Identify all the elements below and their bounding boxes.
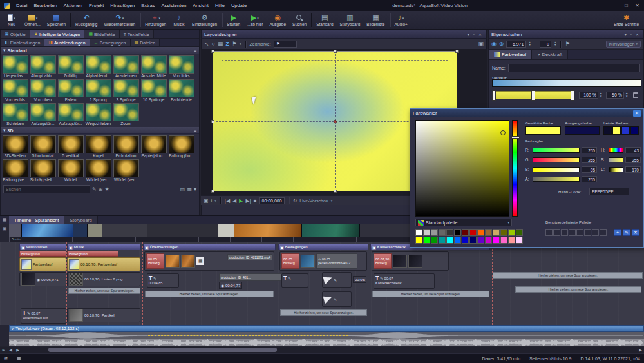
custom-palette-slot[interactable] xyxy=(592,229,599,236)
center-handle[interactable] xyxy=(334,120,337,123)
palette-swatch[interactable] xyxy=(485,229,492,236)
menubar-item[interactable]: Assistenten xyxy=(158,1,190,10)
gradient-stops-bar[interactable] xyxy=(492,91,574,99)
close-icon[interactable]: ✕ xyxy=(477,32,484,37)
color-slider-value[interactable]: 255 xyxy=(582,147,597,153)
duration-chip[interactable]: 00:06 xyxy=(353,276,366,283)
export-button[interactable]: ◉Ausgabe xyxy=(266,12,289,28)
transition-thumbnail[interactable]: Würfel (ver... xyxy=(112,159,140,182)
skip-start-icon[interactable]: |◀ xyxy=(225,198,230,204)
transition-thumbnail[interactable]: Schieben xyxy=(1,103,29,126)
color-slider-value[interactable]: 170 xyxy=(625,166,641,173)
transition-thumbnail[interactable]: Abrupt abb... xyxy=(29,55,57,78)
palette-swatch[interactable] xyxy=(439,229,446,236)
float-icon[interactable]: ▫ xyxy=(629,32,634,36)
chevron-down-icon[interactable]: ▾ xyxy=(240,42,242,46)
color-slider-value[interactable]: 255 xyxy=(582,176,597,182)
transition-thumbnail[interactable]: Würfel (ver... xyxy=(84,159,112,182)
color-slider-track[interactable] xyxy=(609,167,623,172)
palette-swatch[interactable] xyxy=(415,237,422,244)
resize-handle[interactable] xyxy=(334,190,337,193)
menubar-item[interactable]: Hinzufügen xyxy=(107,1,138,10)
transition-thumbnail[interactable]: Würfel xyxy=(57,159,84,182)
pencil-icon[interactable]: ✎ xyxy=(92,186,97,192)
video-track-item[interactable]: 00:05Hinterg... ▦ production_ID_4811872.… xyxy=(144,251,274,271)
new-track-dropzone[interactable]: Hierher ziehen, um neue Spur anzulegen. xyxy=(493,272,643,279)
palette-swatch[interactable] xyxy=(462,229,469,236)
filmstrip-frame[interactable] xyxy=(102,224,147,237)
filmstrip-frame[interactable] xyxy=(22,224,73,237)
star-icon[interactable]: ★ xyxy=(104,186,109,192)
filmstrip-frame[interactable] xyxy=(234,224,302,237)
menubar-item[interactable]: Extras xyxy=(138,1,158,10)
opacity-value-2[interactable]: 50 % xyxy=(606,92,624,99)
palette-swatch[interactable] xyxy=(415,229,422,236)
film-icon[interactable]: ▣ xyxy=(3,226,7,231)
zeitmarke-field[interactable]: ⚑ xyxy=(274,41,297,48)
pointer-icon[interactable]: ↖ xyxy=(204,41,209,47)
transition-thumbnail[interactable]: Fallen xyxy=(57,79,84,102)
undo-button[interactable]: ↶Rückgängig xyxy=(72,12,100,28)
transition-thumbnail[interactable]: Zoom xyxy=(112,103,140,126)
section-header-standard[interactable]: ▾Standard≡ xyxy=(1,47,199,54)
flag-icon[interactable]: ⚑ xyxy=(232,41,237,47)
view-imagelist-button[interactable]: ▦Bilderliste xyxy=(363,12,388,28)
gradient-track-item[interactable]: Farbverlauf xyxy=(19,257,66,271)
gradient-track-item[interactable]: 00:10,70, Farbverlauf xyxy=(67,257,140,271)
offset-value[interactable]: 0 xyxy=(540,41,551,48)
palette-swatch[interactable] xyxy=(469,229,477,236)
gradient-stop[interactable] xyxy=(492,90,496,101)
palette-swatch[interactable] xyxy=(446,237,453,244)
palette-swatch[interactable] xyxy=(500,229,507,236)
name-field[interactable] xyxy=(508,64,640,72)
scroll-grid-icon[interactable]: ⊞ xyxy=(0,348,7,352)
view-grid-icon[interactable]: ▦ xyxy=(187,186,192,192)
filmstrip-frame[interactable] xyxy=(9,224,22,237)
delete-stop-icon[interactable] xyxy=(633,92,638,98)
palette-swatch[interactable] xyxy=(423,237,430,244)
transition-thumbnail[interactable]: Aufzugstür... xyxy=(57,103,84,126)
new-track-dropzone[interactable]: Hierher ziehen, um neue Spur anzulegen. xyxy=(515,286,641,293)
filmstrip-frame[interactable] xyxy=(147,224,218,237)
tab-farbverlauf[interactable]: Farbverlauf xyxy=(489,50,532,59)
new-track-dropzone[interactable]: Hierher ziehen, um neue Spur anzulegen. xyxy=(372,291,489,297)
menubar-item[interactable]: Datei xyxy=(13,1,31,10)
color-picker-cursor[interactable] xyxy=(500,130,506,135)
transition-thumbnail[interactable]: 5 vertikal xyxy=(57,135,84,158)
custom-palette-slot[interactable] xyxy=(553,229,560,236)
transition-thumbnail[interactable]: 3D-Streifen xyxy=(1,135,29,158)
live-preview-label[interactable]: Live-Vorschau xyxy=(299,199,328,203)
close-button[interactable]: ✕ xyxy=(632,1,643,10)
color-slider-track[interactable] xyxy=(533,167,580,172)
audio-plus-button[interactable]: ♪▾Audio+ xyxy=(392,12,411,28)
grid-icon[interactable]: ⊞ xyxy=(99,186,103,192)
save-button[interactable]: Speichern xyxy=(44,12,69,28)
transition-thumbnail[interactable]: Zufällig xyxy=(57,55,84,78)
audio-track-header[interactable]: ♪Testpilot.wav (Dauer: 02:12,132 s) xyxy=(9,325,644,332)
duration-chip[interactable]: ◉ 00:04,77 xyxy=(219,282,242,289)
tab-storyboard[interactable]: Storyboard xyxy=(64,216,97,224)
transition-thumbnail[interactable]: Alphablend... xyxy=(84,55,112,78)
animation-track-item[interactable]: ✎ xyxy=(322,272,352,288)
stop-icon[interactable]: ■ xyxy=(254,198,257,204)
palette-swatch[interactable] xyxy=(493,237,500,244)
tab-ausblendungen[interactable]: ◨Ausblendungen xyxy=(44,39,90,46)
media-track-item[interactable]: 00:10,70, Partikel xyxy=(67,308,140,322)
color-slider-track[interactable] xyxy=(533,177,580,182)
color-slider-track[interactable] xyxy=(609,148,623,153)
flag-icon[interactable]: ⚑ xyxy=(565,41,570,47)
transition-thumbnail[interactable]: 5 horizontal xyxy=(29,135,57,158)
color-slider-track[interactable] xyxy=(609,157,623,162)
video-filename-label[interactable]: production_ID_481... xyxy=(219,273,283,281)
palette-swatch[interactable] xyxy=(423,229,430,236)
palette-select[interactable]: Standardpalette ▾ xyxy=(415,219,512,226)
menubar-item[interactable]: Projekt xyxy=(86,1,107,10)
palette-swatch[interactable] xyxy=(485,237,492,244)
palette-swatch[interactable] xyxy=(454,229,461,236)
chapter-header-bewegungen[interactable]: ▣Bewegungen xyxy=(278,244,368,250)
transition-thumbnail[interactable]: Schräg stell... xyxy=(29,159,57,182)
custom-palette-slot[interactable] xyxy=(600,229,607,236)
close-icon[interactable]: ✕ xyxy=(634,32,641,37)
resize-handle[interactable] xyxy=(211,120,214,123)
palette-swatch[interactable] xyxy=(431,229,438,236)
